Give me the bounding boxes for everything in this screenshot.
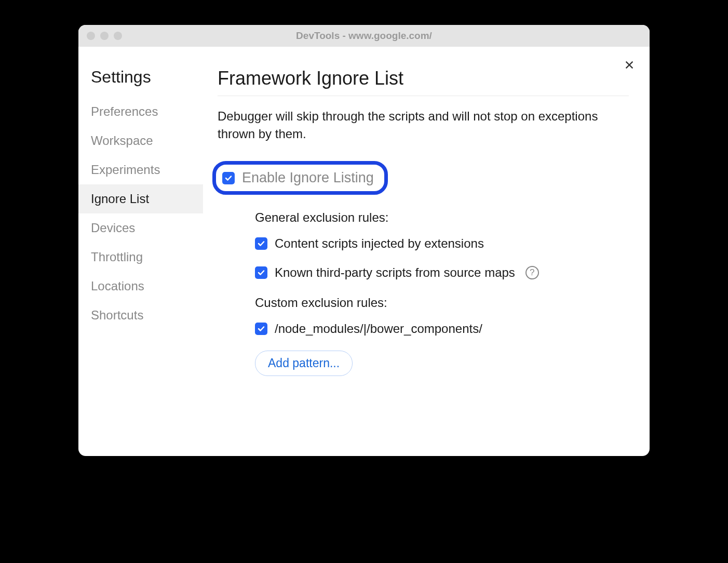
sidebar-item-locations[interactable]: Locations [78,272,203,301]
sidebar-item-workspace[interactable]: Workspace [78,126,203,155]
traffic-light-maximize[interactable] [114,32,122,40]
sidebar-title: Settings [78,68,203,97]
sidebar-item-devices[interactable]: Devices [78,213,203,243]
sidebar-item-throttling[interactable]: Throttling [78,243,203,272]
content: Settings Preferences Workspace Experimen… [78,47,650,456]
titlebar: DevTools - www.google.com/ [78,25,650,47]
custom-section-title: Custom exclusion rules: [255,296,629,310]
node-modules-label: /node_modules/|/bower_components/ [275,321,482,336]
content-scripts-label: Content scripts injected by extensions [275,236,484,251]
sidebar-item-preferences[interactable]: Preferences [78,97,203,126]
rule-third-party-scripts: Known third-party scripts from source ma… [255,265,629,280]
rule-node-modules: /node_modules/|/bower_components/ [255,321,629,336]
rule-content-scripts: Content scripts injected by extensions [255,236,629,251]
checkmark-icon [257,269,265,277]
content-scripts-checkbox[interactable] [255,237,267,250]
enable-ignore-listing-label: Enable Ignore Listing [242,170,374,186]
traffic-light-close[interactable] [87,32,95,40]
general-section-title: General exclusion rules: [255,210,629,225]
window: DevTools - www.google.com/ Settings Pref… [78,25,650,456]
sidebar-item-ignore-list[interactable]: Ignore List [78,184,203,213]
node-modules-checkbox[interactable] [255,323,267,335]
checkmark-icon [257,239,265,248]
general-exclusion-section: General exclusion rules: Content scripts… [255,210,629,280]
traffic-lights [87,32,122,40]
enable-ignore-listing-row: Enable Ignore Listing [222,170,374,186]
sidebar-item-shortcuts[interactable]: Shortcuts [78,301,203,330]
third-party-scripts-checkbox[interactable] [255,266,267,279]
checkmark-icon [224,174,233,182]
main-panel: Framework Ignore List Debugger will skip… [203,47,650,456]
third-party-scripts-label: Known third-party scripts from source ma… [275,265,515,280]
sidebar: Settings Preferences Workspace Experimen… [78,47,203,456]
custom-exclusion-section: Custom exclusion rules: /node_modules/|/… [255,296,629,376]
enable-ignore-listing-checkbox[interactable] [222,172,235,184]
help-icon[interactable]: ? [525,266,539,279]
checkmark-icon [257,325,265,333]
page-description: Debugger will skip through the scripts a… [218,108,629,142]
window-title: DevTools - www.google.com/ [78,30,650,42]
add-pattern-button[interactable]: Add pattern... [255,351,353,376]
close-icon [624,59,635,71]
enable-highlight-box: Enable Ignore Listing [212,161,388,195]
sidebar-item-experiments[interactable]: Experiments [78,155,203,184]
traffic-light-minimize[interactable] [100,32,109,40]
close-button[interactable] [622,57,637,73]
page-title: Framework Ignore List [218,68,629,96]
